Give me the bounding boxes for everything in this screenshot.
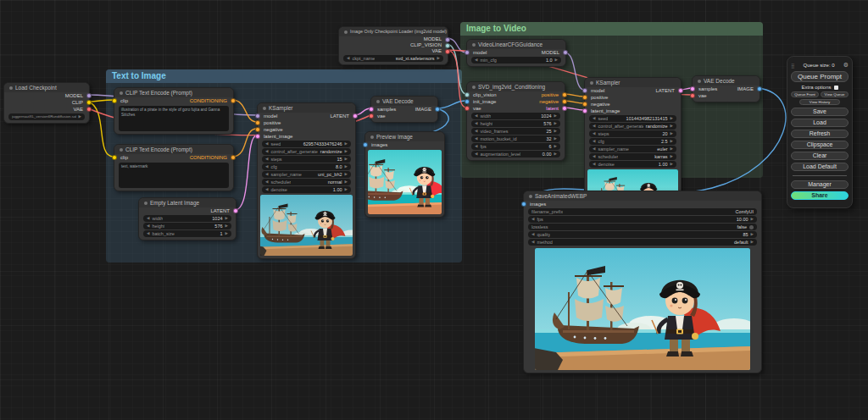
- toggle-icon[interactable]: [749, 225, 754, 229]
- increment-icon[interactable]: ▶: [345, 141, 348, 147]
- load-button[interactable]: Load: [791, 119, 849, 127]
- input-port-images[interactable]: [363, 142, 368, 147]
- widget-min-cfg[interactable]: ◀min_cfg1.0▶: [471, 57, 561, 64]
- increment-icon[interactable]: ▶: [670, 153, 673, 160]
- input-port-model[interactable]: [465, 50, 470, 55]
- decrement-icon[interactable]: ◀: [593, 115, 595, 122]
- output-port-conditioning[interactable]: [231, 98, 236, 103]
- increment-icon[interactable]: ▶: [751, 231, 754, 238]
- output-port-image[interactable]: [757, 86, 762, 91]
- node-video-linear-cfg-guidance[interactable]: VideoLinearCFGGuidance model MODEL ◀min_…: [466, 39, 566, 67]
- node-image-only-checkpoint-loader[interactable]: Image Only Checkpoint Loader (img2vid mo…: [338, 26, 448, 65]
- decrement-icon[interactable]: ◀: [265, 141, 268, 147]
- widget-filename-prefix[interactable]: filename_prefixComfyUI: [528, 208, 757, 215]
- widget-lossless[interactable]: losslessfalse: [528, 224, 757, 230]
- widget-cfg[interactable]: ◀cfg8.0▶: [262, 163, 351, 170]
- node-header[interactable]: Image Only Checkpoint Loader (img2vid mo…: [339, 27, 448, 36]
- drag-handle-icon[interactable]: ⣿: [791, 63, 794, 69]
- clipspace-button[interactable]: Clipspace: [791, 141, 849, 149]
- increment-icon[interactable]: ▶: [345, 163, 348, 170]
- increment-icon[interactable]: ▶: [670, 161, 673, 168]
- output-port-model[interactable]: [563, 50, 568, 55]
- increment-icon[interactable]: ▶: [554, 143, 557, 150]
- widget-scheduler[interactable]: ◀schedulerkarras▶: [589, 153, 676, 160]
- node-preview-image[interactable]: Preview Image images: [364, 131, 445, 218]
- input-port-samples[interactable]: [369, 107, 374, 112]
- input-port-clip[interactable]: [112, 155, 117, 160]
- widget-batch-size[interactable]: ◀batch_size1▶: [143, 230, 231, 237]
- widget-width[interactable]: ◀width1024▶: [471, 113, 560, 119]
- node-empty-latent-image[interactable]: Empty Latent Image LATENT ◀width1024▶ ◀h…: [138, 197, 236, 240]
- output-port-image[interactable]: [435, 107, 440, 112]
- decrement-icon[interactable]: ◀: [531, 216, 534, 223]
- widget-method[interactable]: ◀methoddefault▶: [528, 239, 757, 246]
- input-port-images[interactable]: [521, 202, 526, 207]
- increment-icon[interactable]: ▶: [554, 151, 557, 158]
- widget-scheduler[interactable]: ◀schedulernormal▶: [262, 179, 351, 185]
- collapse-icon[interactable]: [370, 135, 374, 139]
- widget-steps[interactable]: ◀steps20▶: [589, 130, 676, 137]
- decrement-icon[interactable]: ◀: [593, 153, 595, 160]
- input-port-clip[interactable]: [112, 98, 117, 103]
- output-port-negative[interactable]: [562, 99, 567, 104]
- decrement-icon[interactable]: ◀: [475, 120, 477, 127]
- output-port-positive[interactable]: [562, 92, 567, 97]
- node-save-animated-webp[interactable]: SaveAnimatedWEBP images filename_prefixC…: [523, 191, 762, 373]
- output-port-latent[interactable]: [353, 113, 358, 119]
- output-port-clip[interactable]: [86, 100, 92, 105]
- input-port-vae[interactable]: [369, 113, 374, 119]
- decrement-icon[interactable]: ◀: [593, 138, 595, 145]
- collapse-icon[interactable]: [472, 43, 476, 47]
- widget-sampler-name[interactable]: ◀sampler_nameeuler▶: [589, 146, 676, 152]
- widget-augmentation-level[interactable]: ◀augmentation_level0.00▶: [471, 151, 560, 158]
- collapse-icon[interactable]: [9, 86, 13, 90]
- node-header[interactable]: Load Checkpoint: [4, 83, 89, 92]
- comfy-menu[interactable]: ⣿ Queue size: 0 ⚙ Queue Prompt Extra opt…: [787, 56, 853, 208]
- decrement-icon[interactable]: ◀: [265, 171, 268, 178]
- increment-icon[interactable]: ▶: [751, 239, 754, 246]
- settings-gear-icon[interactable]: ⚙: [843, 62, 849, 69]
- prompt-textarea[interactable]: text, watermark: [119, 163, 229, 188]
- node-clip-text-encode-positive[interactable]: CLIP Text Encode (Prompt) clip CONDITION…: [114, 87, 234, 135]
- decrement-icon[interactable]: ◀: [265, 186, 268, 193]
- increment-icon[interactable]: ▶: [345, 186, 348, 193]
- output-port-clip-vision[interactable]: [445, 43, 450, 48]
- decrement-icon[interactable]: ◀: [475, 113, 477, 119]
- widget-quality[interactable]: ◀quality85▶: [528, 231, 757, 238]
- output-port-latent[interactable]: [233, 208, 238, 213]
- decrement-icon[interactable]: ◀: [147, 223, 149, 229]
- increment-icon[interactable]: ▶: [225, 230, 228, 237]
- decrement-icon[interactable]: ◀: [265, 163, 268, 170]
- increment-icon[interactable]: ▶: [225, 215, 228, 222]
- widget-seed[interactable]: ◀seed629574333476246▶: [262, 141, 351, 147]
- collapse-icon[interactable]: [120, 91, 123, 95]
- input-port-negative[interactable]: [255, 127, 260, 132]
- increment-icon[interactable]: ▶: [670, 130, 673, 137]
- increment-icon[interactable]: ▶: [555, 57, 558, 64]
- increment-icon[interactable]: ▶: [554, 128, 557, 135]
- node-header[interactable]: KSampler: [258, 103, 355, 113]
- decrement-icon[interactable]: ◀: [475, 143, 477, 150]
- widget-ckpt-name[interactable]: ◀ckpt_namesvd_xt.safetensors▶: [343, 55, 443, 62]
- decrement-icon[interactable]: ◀: [593, 161, 595, 168]
- node-header[interactable]: SVD_img2vid_Conditioning: [467, 82, 565, 91]
- increment-icon[interactable]: ▶: [345, 179, 348, 185]
- node-header[interactable]: Empty Latent Image: [139, 198, 236, 207]
- decrement-icon[interactable]: ◀: [475, 151, 477, 158]
- input-port-positive[interactable]: [255, 120, 260, 125]
- input-port-negative[interactable]: [582, 102, 587, 107]
- decrement-icon[interactable]: ◀: [147, 230, 149, 237]
- widget-control-after-generate[interactable]: ◀control_after_generaterandomize▶: [262, 148, 351, 155]
- output-port-conditioning[interactable]: [231, 155, 236, 160]
- node-header[interactable]: CLIP Text Encode (Prompt): [114, 145, 233, 154]
- increment-icon[interactable]: ▶: [670, 123, 673, 130]
- widget-sampler-name[interactable]: ◀sampler_nameuni_pc_bh2▶: [262, 171, 351, 178]
- collapse-icon[interactable]: [472, 86, 476, 89]
- input-port-clip-vision[interactable]: [465, 92, 470, 97]
- widget-denoise[interactable]: ◀denoise1.00▶: [262, 186, 351, 193]
- output-port-vae[interactable]: [86, 107, 92, 112]
- node-canvas[interactable]: Text to Image Image to Video Load Checkp…: [0, 0, 868, 420]
- output-port-model[interactable]: [445, 37, 450, 42]
- decrement-icon[interactable]: ◀: [475, 57, 477, 64]
- input-port-model[interactable]: [582, 88, 587, 93]
